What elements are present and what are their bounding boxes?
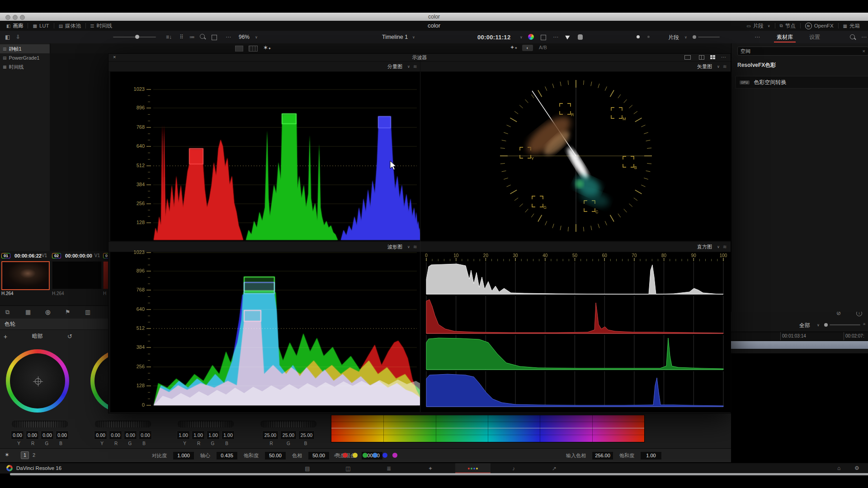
timeline-strip-toggle-icon[interactable] [249, 46, 258, 52]
clip-item-1[interactable]: 0100:00:06:22V1H.264 [1, 252, 50, 259]
master-control-value[interactable]: 0.435 [216, 451, 238, 460]
histogram-settings-icon[interactable]: ≋ [723, 244, 727, 250]
kf-options-icon[interactable]: ≡ [863, 322, 865, 326]
magic-wand-icon[interactable]: ✶✦ [263, 44, 271, 51]
grid-view-icon[interactable]: ⠿ [179, 34, 184, 40]
clip-filter-icon[interactable]: ▥ [85, 309, 90, 315]
hue-curve-strip[interactable] [331, 415, 645, 442]
hue-dot[interactable] [392, 453, 397, 458]
vectorscope-caret-icon[interactable]: ∨ [717, 65, 720, 69]
scopes-window-header[interactable]: × 示波器 ⋯ [108, 54, 731, 61]
lift-wheel[interactable] [6, 349, 69, 413]
timeline-selector-caret-icon[interactable]: ∨ [412, 35, 415, 39]
clip-group-icon[interactable]: ⧉ [5, 309, 9, 316]
timeline-selector[interactable]: Timeline 1 [382, 34, 408, 40]
gallery-item-PowerGrade1[interactable]: ▤PowerGrade1 [0, 53, 50, 62]
nav-tab-光箱[interactable]: ▦光箱 [839, 21, 864, 31]
wheel-master-slider[interactable] [95, 421, 151, 427]
node-zoom-slider[interactable] [698, 37, 720, 38]
master-control-value[interactable]: 1.000 [173, 451, 194, 460]
wheel-value-box[interactable]: 0.00 [124, 431, 137, 440]
wheel-value-box[interactable]: 1.00 [207, 431, 220, 440]
page-edit-icon[interactable]: ≣ [371, 463, 406, 474]
wheel-value-box[interactable]: 1.00 [222, 431, 235, 440]
hue-dot[interactable] [382, 453, 387, 458]
wheel-value-box[interactable]: 25.00 [262, 431, 278, 440]
histogram-caret-icon[interactable]: ∨ [717, 245, 720, 249]
import-still-icon[interactable]: ⇩ [16, 34, 20, 40]
wheel-value-box[interactable]: 0.00 [56, 431, 69, 440]
pointer-tool-icon[interactable] [565, 33, 571, 39]
wheel-value-box[interactable]: 0.00 [41, 431, 54, 440]
viewer-more-icon[interactable]: ⋯ [553, 34, 558, 40]
wheel-value-box[interactable]: 0.00 [26, 431, 39, 440]
wheel-value-box[interactable]: 25.00 [280, 431, 297, 440]
waveform-settings-icon[interactable]: ≋ [413, 244, 417, 250]
target-icon[interactable]: ◎ [45, 309, 50, 315]
master-control-value[interactable]: 50.00 [308, 451, 330, 460]
keyframe-clip-bar[interactable] [731, 341, 868, 349]
histogram-type-selector[interactable]: 直方图 [697, 244, 712, 250]
page-color-icon[interactable] [455, 463, 491, 474]
settings-gear-icon[interactable]: ⚙ [854, 465, 859, 471]
gallery-item-静帧1[interactable]: ▥静帧1 [0, 44, 50, 53]
list-view-icon[interactable]: ≔ [189, 34, 195, 40]
wheel-value-box[interactable]: 1.00 [192, 431, 205, 440]
scopes-quad-layout-icon[interactable] [710, 55, 715, 59]
playhead-timecode[interactable]: 00:00:11:12 [477, 34, 510, 41]
parade-settings-icon[interactable]: ≋ [413, 64, 417, 70]
wheel-master-slider[interactable] [178, 421, 234, 427]
page-fusion-icon[interactable]: ✦ [413, 463, 448, 474]
eyedropper-icon[interactable]: ✎ [332, 453, 339, 457]
nav-tab-片段[interactable]: ▭片段∨ [742, 21, 774, 31]
gallery-size-slider-handle[interactable] [135, 35, 139, 39]
info-icon[interactable]: i [856, 312, 862, 316]
parade-caret-icon[interactable]: ∨ [407, 65, 410, 69]
nav-tab-OpenFX[interactable]: fxOpenFX [801, 21, 838, 31]
nav-tab-节点[interactable]: ⧉节点 [775, 21, 800, 31]
wheel-reset-icon[interactable]: ↺ [67, 333, 72, 340]
node-cache-dot-icon[interactable] [637, 35, 640, 38]
panel-tab-素材库[interactable]: 素材库 [769, 31, 801, 43]
bypass-icon[interactable]: ⊘ [836, 312, 841, 316]
page-cut-icon[interactable]: ◫ [330, 463, 366, 474]
page-media-icon[interactable]: ▤ [290, 463, 325, 474]
more-options-icon[interactable]: ⋯ [226, 34, 231, 40]
node-zoom-handle[interactable] [693, 35, 696, 39]
keyframe-ruler[interactable]: 0000:01:03:1400:02:07: [731, 332, 868, 341]
clip-flag-icon[interactable]: ⚑ [65, 309, 71, 315]
panel-toggle-icon[interactable]: ◧ [5, 34, 10, 40]
color-viewer-mode-icon[interactable] [528, 34, 534, 40]
wheel-value-box[interactable]: 0.00 [94, 431, 107, 440]
scopes-single-layout-icon[interactable] [684, 55, 691, 60]
library-item[interactable]: GPU色彩空间转换 [736, 76, 868, 89]
viewer-zoom-level[interactable]: 96% [239, 34, 250, 40]
node-source-selector[interactable]: 片段 [668, 34, 679, 42]
gallery-item-时间线[interactable]: ▦时间线 [0, 62, 50, 71]
waveform-caret-icon[interactable]: ∨ [407, 245, 410, 249]
gallery-size-slider[interactable] [113, 37, 156, 38]
keyframe-filter-caret-icon[interactable]: ∨ [817, 323, 820, 327]
split-compare-icon[interactable]: ◐ [522, 45, 533, 51]
clear-search-icon[interactable]: × [863, 47, 865, 55]
expand-icon[interactable] [212, 35, 217, 40]
viewer-zoom-caret-icon[interactable]: ∨ [255, 35, 258, 39]
waveform-type-selector[interactable]: 波形图 [387, 244, 402, 250]
nodes-more-icon[interactable]: ⋯ [755, 34, 760, 40]
hue-dot[interactable] [363, 453, 368, 458]
hue-dot[interactable] [353, 453, 358, 458]
node-source-caret-icon[interactable]: ∨ [684, 35, 687, 39]
vectorscope-settings-icon[interactable]: ≋ [723, 64, 727, 70]
page-deliver-icon[interactable]: ↗ [537, 463, 572, 474]
viewer-expand-icon[interactable] [541, 35, 546, 40]
hand-tool-icon[interactable] [578, 34, 583, 40]
wheel-value-box[interactable]: 0.00 [11, 431, 24, 440]
page-fairlight-icon[interactable]: ♪ [496, 463, 531, 474]
wheel-value-box[interactable]: 0.00 [139, 431, 152, 440]
clip-thumbnail[interactable] [103, 261, 108, 289]
auto-wand-icon[interactable]: ✶ [5, 451, 9, 458]
sparkle-tools-icon[interactable]: ✦✦ [510, 44, 518, 51]
wheel-qualify-icon[interactable]: + [4, 333, 7, 340]
library-search-input[interactable]: 空间 × [737, 47, 868, 56]
kf-zoom-handle[interactable] [824, 323, 828, 327]
